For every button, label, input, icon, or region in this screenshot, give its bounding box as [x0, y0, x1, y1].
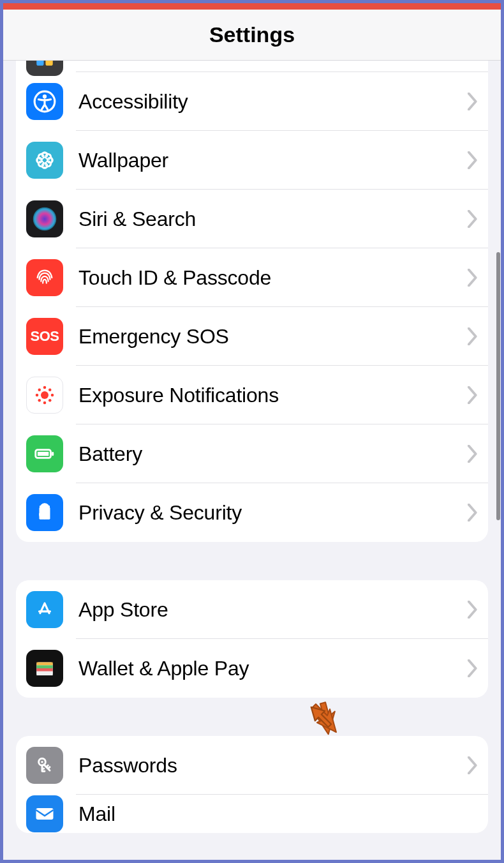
- svg-point-39: [41, 761, 43, 763]
- navbar: Settings: [3, 10, 501, 61]
- settings-row-label: Emergency SOS: [78, 325, 468, 349]
- svg-point-16: [41, 391, 48, 399]
- settings-row-passwords[interactable]: Passwords: [16, 736, 488, 795]
- svg-point-17: [43, 386, 47, 389]
- wallpaper-icon: [26, 142, 63, 179]
- touchid-icon: [26, 259, 63, 296]
- settings-row-label: Passwords: [78, 754, 468, 777]
- battery-icon: [26, 435, 63, 472]
- svg-rect-27: [52, 452, 54, 456]
- accessibility-icon: [26, 83, 63, 120]
- mail-icon: [26, 795, 63, 832]
- settings-row-siri[interactable]: Siri & Search: [16, 190, 488, 248]
- settings-row-label: Wallpaper: [78, 149, 468, 172]
- settings-row-label: App Store: [78, 598, 468, 622]
- appstore-icon: [26, 591, 63, 628]
- svg-point-15: [33, 207, 57, 231]
- settings-row-label: Mail: [78, 802, 478, 826]
- settings-row-wallet[interactable]: Wallet & Apple Pay: [16, 639, 488, 698]
- page-title: Settings: [209, 22, 295, 47]
- settings-group-store: App Store Wallet & Apple Pay: [16, 580, 488, 698]
- svg-rect-37: [36, 672, 52, 675]
- settings-row-battery[interactable]: Battery: [16, 424, 488, 483]
- settings-row-wallpaper[interactable]: Wallpaper: [16, 131, 488, 190]
- settings-row-label: Wallet & Apple Pay: [78, 657, 468, 680]
- svg-point-24: [48, 399, 52, 402]
- key-icon: [26, 747, 63, 784]
- chevron-right-icon: [468, 327, 478, 345]
- svg-rect-3: [45, 61, 52, 66]
- svg-rect-35: [36, 665, 52, 668]
- svg-point-5: [43, 94, 47, 98]
- svg-rect-40: [36, 808, 54, 820]
- settings-row-label: Battery: [78, 442, 468, 466]
- settings-row-touchid[interactable]: Touch ID & Passcode: [16, 248, 488, 307]
- settings-row-label: Accessibility: [78, 90, 468, 114]
- scrollbar-thumb[interactable]: [496, 252, 500, 520]
- chevron-right-icon: [468, 269, 478, 287]
- svg-rect-2: [36, 61, 43, 66]
- settings-row-accessibility[interactable]: Accessibility: [16, 72, 488, 131]
- settings-row-exposure[interactable]: Exposure Notifications: [16, 366, 488, 424]
- svg-point-21: [38, 389, 41, 392]
- svg-rect-34: [36, 663, 52, 666]
- settings-row-privacy[interactable]: Privacy & Security: [16, 483, 488, 542]
- wallet-icon: [26, 650, 63, 687]
- settings-scroll[interactable]: Accessibility Wallpaper Siri & Search: [3, 61, 501, 860]
- chevron-right-icon: [468, 210, 478, 228]
- privacy-icon: [26, 494, 63, 531]
- chevron-right-icon: [468, 504, 478, 522]
- settings-row-appstore[interactable]: App Store: [16, 580, 488, 639]
- settings-row-mail[interactable]: Mail: [16, 795, 488, 833]
- settings-row-sos[interactable]: SOS Emergency SOS: [16, 307, 488, 366]
- svg-point-23: [38, 399, 41, 402]
- settings-group-general: Accessibility Wallpaper Siri & Search: [16, 61, 488, 542]
- svg-rect-36: [36, 668, 52, 672]
- chevron-right-icon: [468, 386, 478, 404]
- svg-point-22: [48, 389, 52, 392]
- settings-row-label: Siri & Search: [78, 207, 468, 231]
- exposure-icon: [26, 377, 63, 414]
- svg-point-18: [43, 401, 47, 405]
- chevron-right-icon: [468, 151, 478, 169]
- siri-icon: [26, 200, 63, 237]
- chevron-right-icon: [468, 93, 478, 110]
- settings-row-label: Privacy & Security: [78, 501, 468, 525]
- status-strip: [3, 3, 501, 10]
- settings-row-label: Exposure Notifications: [78, 384, 468, 407]
- svg-rect-26: [38, 452, 48, 456]
- settings-row-label: Touch ID & Passcode: [78, 266, 468, 290]
- chevron-right-icon: [468, 601, 478, 619]
- svg-point-20: [51, 394, 54, 397]
- settings-row-home-screen[interactable]: [16, 61, 488, 72]
- sos-icon: SOS: [26, 318, 63, 355]
- chevron-right-icon: [468, 756, 478, 774]
- chevron-right-icon: [468, 445, 478, 463]
- chevron-right-icon: [468, 659, 478, 677]
- svg-point-19: [36, 394, 39, 397]
- settings-group-accounts: Passwords Mail: [16, 736, 488, 833]
